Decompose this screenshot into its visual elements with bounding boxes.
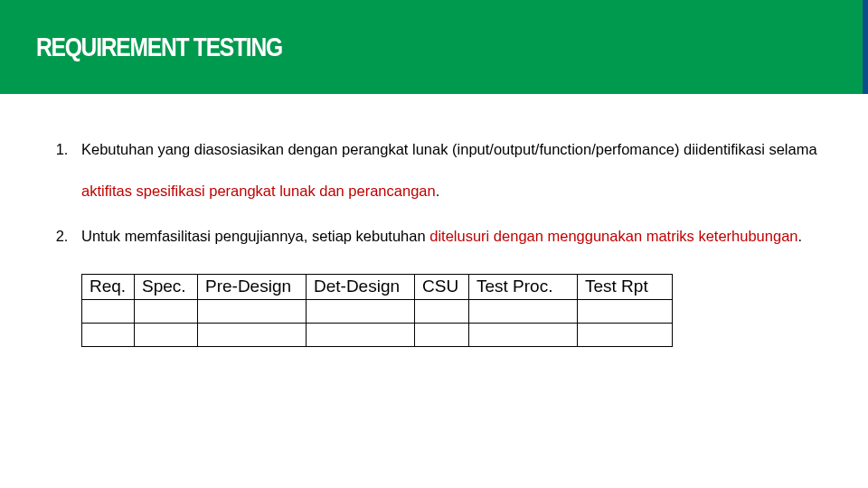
point-1: Kebutuhan yang diasosiasikan dengan pera…	[72, 128, 832, 211]
table-row	[82, 323, 673, 346]
point-2-emphasis: ditelusuri dengan menggunakan matriks ke…	[429, 228, 797, 244]
col-test-proc: Test Proc.	[469, 274, 578, 299]
cell	[135, 299, 198, 323]
col-req: Req.	[82, 274, 135, 299]
cell	[307, 323, 415, 346]
points-list: Kebutuhan yang diasosiasikan dengan pera…	[36, 128, 832, 258]
table-row	[82, 299, 673, 323]
cell	[415, 299, 469, 323]
content-area: Kebutuhan yang diasosiasikan dengan pera…	[0, 94, 868, 347]
point-2-lead: Untuk memfasilitasi pengujiannya, setiap…	[81, 228, 429, 244]
cell	[82, 299, 135, 323]
point-2-tail: .	[798, 228, 803, 244]
cell	[82, 323, 135, 346]
cell	[578, 299, 673, 323]
col-csu: CSU	[415, 274, 469, 299]
header-bar: REQUIREMENT TESTING	[0, 0, 868, 94]
point-1-emphasis: aktifitas spesifikasi perangkat lunak da…	[81, 183, 436, 199]
point-2: Untuk memfasilitasi pengujiannya, setiap…	[72, 215, 832, 257]
col-spec: Spec.	[135, 274, 198, 299]
col-det-design: Det-Design	[307, 274, 415, 299]
cell	[198, 323, 307, 346]
table-header-row: Req. Spec. Pre-Design Det-Design CSU Tes…	[82, 274, 673, 299]
slide-title: REQUIREMENT TESTING	[36, 32, 282, 62]
traceability-matrix: Req. Spec. Pre-Design Det-Design CSU Tes…	[81, 274, 673, 347]
col-test-rpt: Test Rpt	[578, 274, 673, 299]
point-1-tail: .	[436, 183, 440, 199]
cell	[135, 323, 198, 346]
cell	[307, 299, 415, 323]
matrix-table-wrap: Req. Spec. Pre-Design Det-Design CSU Tes…	[36, 274, 832, 347]
cell	[415, 323, 469, 346]
cell	[469, 323, 578, 346]
cell	[578, 323, 673, 346]
cell	[469, 299, 578, 323]
point-1-lead: Kebutuhan yang diasosiasikan dengan pera…	[81, 141, 817, 157]
col-pre-design: Pre-Design	[198, 274, 307, 299]
cell	[198, 299, 307, 323]
